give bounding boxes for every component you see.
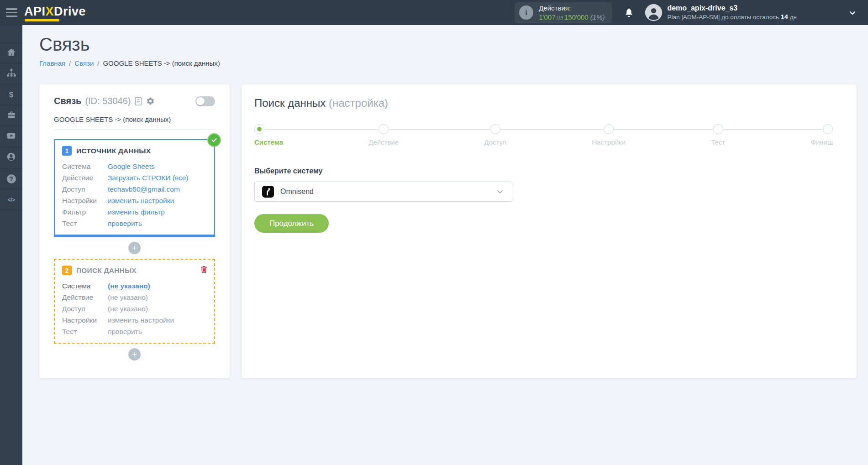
data-search-setup-panel: Поиск данных (настройка) Система Действи… <box>242 84 857 378</box>
selected-system-name: Omnisend <box>280 188 314 196</box>
actions-counter-badge[interactable]: i Действия: 1'007из150'000(1%) <box>515 2 612 23</box>
person-icon <box>6 152 16 163</box>
sidebar-item-profile[interactable] <box>0 147 22 168</box>
search-row-settings: Настройки изменить настройки <box>62 314 207 326</box>
question-icon: ? <box>7 174 16 183</box>
omnisend-logo-icon <box>262 186 274 198</box>
user-menu-chevron-down-icon[interactable] <box>848 8 857 17</box>
hamburger-menu-icon[interactable] <box>6 8 17 17</box>
connection-enable-toggle[interactable] <box>195 96 215 106</box>
sidebar-item-home[interactable] <box>0 42 22 63</box>
search-row-test: Тест проверить <box>62 326 207 337</box>
data-search-box[interactable]: 2 ПОИСК ДАННЫХ Система (не указано) Дейс… <box>54 259 215 344</box>
connection-title: Связь <box>54 96 81 106</box>
actions-counter-values: 1'007из150'000(1%) <box>539 13 605 22</box>
search-step-number: 2 <box>62 266 72 275</box>
header-right: i Действия: 1'007из150'000(1%) demo_apix… <box>515 2 868 23</box>
actions-percent: (1%) <box>589 13 605 21</box>
step-circle <box>379 124 389 134</box>
dollar-icon: $ <box>9 91 13 99</box>
source-access-link[interactable]: techavb50@gmail.com <box>108 183 180 195</box>
source-row-action: Действие Загрузить СТРОКИ (все) <box>62 172 207 183</box>
logo-api: API <box>24 5 46 18</box>
code-icon: </> <box>8 197 15 203</box>
step-test: Тест <box>711 124 725 146</box>
setup-panel-subtitle: (настройка) <box>329 97 388 109</box>
breadcrumb-separator: / <box>69 59 71 67</box>
user-menu[interactable]: demo_apix-drive_s3 Plan |ADM-AP-SM| до о… <box>667 4 797 21</box>
document-icon[interactable] <box>134 97 142 106</box>
actions-title: Действия: <box>539 4 605 13</box>
source-box-rows: Система Google Sheets Действие Загрузить… <box>62 161 207 229</box>
breadcrumb: Главная / Связи / GOOGLE SHEETS -> (поис… <box>39 59 857 67</box>
actions-of: из <box>555 13 564 21</box>
delete-step-trash-icon[interactable] <box>200 265 208 274</box>
add-step-button-bottom[interactable]: + <box>128 348 141 361</box>
sidebar-item-services[interactable] <box>0 105 22 126</box>
main-content: Связь Главная / Связи / GOOGLE SHEETS ->… <box>22 25 868 378</box>
search-settings-value: изменить настройки <box>108 314 174 326</box>
setup-panel-title: Поиск данных (настройка) <box>254 97 833 110</box>
step-settings: Настройки <box>592 124 626 146</box>
step-circle <box>254 124 264 134</box>
user-plan: Plan |ADM-AP-SM| до оплаты осталось 14 д… <box>667 13 797 21</box>
notifications-bell-icon[interactable] <box>624 7 634 18</box>
search-system-link[interactable]: (не указано) <box>108 280 150 292</box>
apixdrive-logo[interactable]: APIXDrive <box>24 5 86 20</box>
step-circle <box>823 124 833 134</box>
step-action: Действие <box>368 124 399 146</box>
user-avatar[interactable] <box>645 4 662 21</box>
breadcrumb-current: GOOGLE SHEETS -> (поиск данных) <box>103 59 220 67</box>
sidebar-item-connections[interactable] <box>0 63 22 84</box>
breadcrumb-separator: / <box>97 59 99 67</box>
search-row-access: Доступ (не указано) <box>62 303 207 314</box>
sidebar-item-video[interactable] <box>0 126 22 147</box>
sitemap-icon <box>6 68 16 79</box>
sidebar-item-help[interactable]: ? <box>0 168 22 189</box>
gear-icon[interactable] <box>146 97 155 105</box>
sidebar-item-api[interactable]: </> <box>0 189 22 210</box>
page-title: Связь <box>39 34 857 55</box>
system-select-label: Выберите систему <box>254 167 833 175</box>
step-circle <box>713 124 723 134</box>
source-row-test: Тест проверить <box>62 218 207 229</box>
breadcrumb-connections-link[interactable]: Связи <box>74 59 94 67</box>
system-select-dropdown[interactable]: Omnisend <box>254 182 512 202</box>
page: APIXDrive i Действия: 1'007из150'000(1%)… <box>0 0 868 465</box>
plus-icon: + <box>132 350 137 359</box>
source-row-filter: Фильтр изменить фильтр <box>62 206 207 218</box>
breadcrumb-home-link[interactable]: Главная <box>39 59 65 67</box>
logo-x: X <box>46 5 54 18</box>
top-header: APIXDrive i Действия: 1'007из150'000(1%)… <box>0 0 868 25</box>
source-box-title: ИСТОЧНИК ДАННЫХ <box>76 147 151 155</box>
add-step-button-top[interactable]: + <box>128 242 141 254</box>
search-action-value: (не указано) <box>108 292 148 303</box>
source-row-access: Доступ techavb50@gmail.com <box>62 183 207 195</box>
continue-button[interactable]: Продолжить <box>254 214 329 233</box>
source-test-link[interactable]: проверить <box>108 218 142 229</box>
step-circle <box>490 124 500 134</box>
left-sidebar: $ ? </> <box>0 25 22 465</box>
source-filter-link[interactable]: изменить фильтр <box>108 206 165 218</box>
source-action-link[interactable]: Загрузить СТРОКИ (все) <box>108 172 189 183</box>
actions-used: 1'007 <box>539 13 555 21</box>
source-system-link[interactable]: Google Sheets <box>108 161 155 172</box>
source-complete-check-icon <box>207 133 221 147</box>
dropdown-chevron-down-icon <box>495 187 505 196</box>
connection-id: (ID: 53046) <box>85 96 131 106</box>
toggle-knob <box>196 97 205 105</box>
source-row-settings: Настройки изменить настройки <box>62 195 207 206</box>
search-test-value: проверить <box>108 326 142 337</box>
video-play-icon <box>6 131 16 142</box>
connection-subtitle: GOOGLE SHEETS -> (поиск данных) <box>54 115 215 130</box>
sidebar-item-billing[interactable]: $ <box>0 84 22 105</box>
setup-stepper: Система Действие Доступ Настройки <box>254 124 833 146</box>
days-left: 14 <box>781 13 788 21</box>
step-finish: Финиш <box>810 124 832 146</box>
briefcase-icon <box>7 110 16 121</box>
source-settings-link[interactable]: изменить настройки <box>108 195 174 206</box>
source-data-box[interactable]: 1 ИСТОЧНИК ДАННЫХ Система Google Sheets … <box>54 139 215 237</box>
user-name: demo_apix-drive_s3 <box>667 4 797 13</box>
step-access: Доступ <box>484 124 506 146</box>
connection-card: Связь (ID: 53046) GOOGLE SHEETS -> (поис… <box>39 84 230 378</box>
